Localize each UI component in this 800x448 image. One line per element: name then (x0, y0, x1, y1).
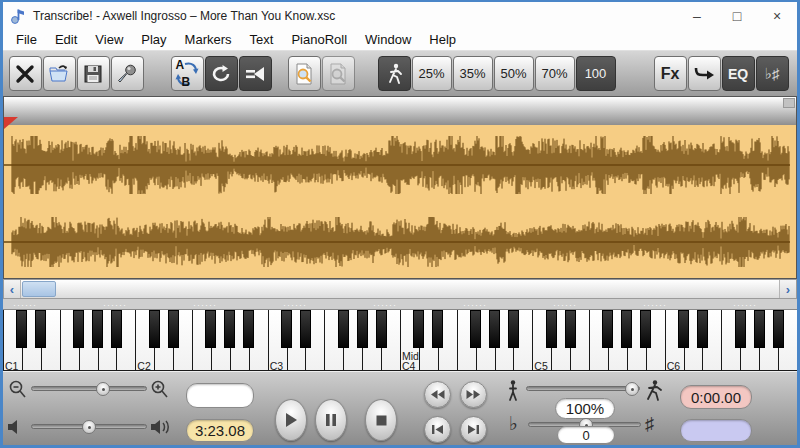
volume-low-speaker-icon[interactable] (6, 418, 23, 436)
volume-slider-thumb[interactable] (82, 420, 96, 434)
zoom-in-button[interactable] (288, 56, 321, 91)
piano-key-black[interactable] (697, 310, 708, 348)
control-panel: 3:23.08 (3, 371, 797, 445)
zoom-slider-thumb[interactable] (96, 382, 110, 396)
prev-marker-button[interactable] (239, 56, 272, 91)
menu-item-play[interactable]: Play (132, 30, 175, 49)
speed-slider-thumb[interactable] (625, 382, 639, 396)
scroll-right-arrow-icon[interactable]: › (779, 280, 796, 298)
piano-key-black[interactable] (621, 310, 632, 348)
menu-item-view[interactable]: View (86, 30, 132, 49)
menu-item-markers[interactable]: Markers (176, 30, 241, 49)
speed-slider[interactable] (526, 386, 640, 391)
minimize-button[interactable]: – (677, 2, 717, 29)
zoom-out-button[interactable] (322, 56, 355, 91)
piano-key-black[interactable] (300, 310, 311, 348)
piano-key-black[interactable] (281, 310, 292, 348)
eq-button[interactable]: EQ (722, 56, 755, 91)
open-file-button[interactable] (43, 56, 76, 91)
fx-button[interactable]: Fx (654, 56, 687, 91)
close-file-button[interactable] (9, 56, 42, 91)
piano-key-black[interactable] (16, 310, 27, 348)
close-button[interactable]: × (757, 2, 797, 29)
route-button[interactable] (688, 56, 721, 91)
piano-key-black[interactable] (357, 310, 368, 348)
piano-key-black[interactable] (432, 310, 443, 348)
piano-key-black[interactable] (565, 310, 576, 348)
zoom-in-magnifier-icon[interactable] (150, 380, 168, 400)
piano-key-black[interactable] (773, 310, 784, 348)
play-button[interactable] (275, 399, 307, 441)
piano-key-black[interactable] (754, 310, 765, 348)
sharp-icon: ♯ (645, 414, 654, 435)
piano-key-black[interactable] (111, 310, 122, 348)
menu-item-text[interactable]: Text (241, 30, 283, 49)
marker-bar[interactable] (4, 97, 796, 125)
play-icon (283, 411, 299, 429)
menu-item-window[interactable]: Window (356, 30, 420, 49)
skip-to-end-button[interactable] (460, 416, 487, 443)
piano-keyboard[interactable]: C1C2C3Mid C4C5C6 (3, 310, 797, 371)
piano-key-black[interactable] (205, 310, 216, 348)
selection-display (186, 383, 254, 408)
menu-item-pianoroll[interactable]: PianoRoll (282, 30, 356, 49)
effects-button-group: Fx EQ ♭♯ (653, 56, 789, 91)
keyboard-drag-dots: ······ (463, 300, 487, 310)
speed-button-100[interactable]: 100 (576, 56, 616, 91)
scrollbar-thumb[interactable] (22, 281, 56, 297)
menu-bar: FileEditViewPlayMarkersTextPianoRollWind… (3, 29, 797, 51)
piano-key-black[interactable] (602, 310, 613, 348)
flat-icon: ♭ (509, 412, 518, 435)
speed-button-25pct[interactable]: 25% (412, 56, 452, 91)
flat-sharp-label: ♭♯ (765, 65, 780, 83)
speed-button-70pct[interactable]: 70% (535, 56, 575, 91)
piano-key-black[interactable] (149, 310, 160, 348)
octave-label: Mid C4 (402, 351, 419, 371)
piano-key-black[interactable] (338, 310, 349, 348)
piano-key-black[interactable] (168, 310, 179, 348)
scroll-left-arrow-icon[interactable]: ‹ (4, 280, 21, 298)
stop-button[interactable] (365, 399, 397, 441)
pitch-shift-button[interactable]: ♭♯ (756, 56, 789, 91)
waveform-display[interactable] (4, 125, 796, 278)
piano-key-black[interactable] (73, 310, 84, 348)
record-button[interactable] (111, 56, 144, 91)
loop-button[interactable] (205, 56, 238, 91)
speed-button-50pct[interactable]: 50% (494, 56, 534, 91)
save-button[interactable] (77, 56, 110, 91)
piano-key-black[interactable] (546, 310, 557, 348)
piano-key-black[interactable] (35, 310, 46, 348)
zoom-slider[interactable] (31, 386, 147, 391)
piano-key-black[interactable] (243, 310, 254, 348)
piano-key-black[interactable] (376, 310, 387, 348)
piano-key-black[interactable] (735, 310, 746, 348)
waveform-region[interactable] (3, 96, 797, 279)
pause-button[interactable] (315, 399, 347, 441)
loop-time-display: 0:00.00 (680, 385, 752, 409)
close-icon (15, 64, 35, 84)
piano-key-black[interactable] (470, 310, 481, 348)
waveform-scrollbar[interactable]: ‹ › (3, 279, 797, 299)
piano-header-strip: ········································… (3, 299, 797, 310)
menu-item-file[interactable]: File (7, 30, 46, 49)
ab-compare-button[interactable]: A B (171, 56, 204, 91)
piano-key-black[interactable] (678, 310, 689, 348)
fast-forward-button[interactable] (460, 381, 487, 408)
volume-high-speaker-icon[interactable] (150, 418, 172, 436)
zoom-out-magnifier-icon[interactable] (8, 380, 26, 400)
maximize-button[interactable]: □ (717, 2, 757, 29)
menu-item-help[interactable]: Help (420, 30, 465, 49)
piano-key-black[interactable] (92, 310, 103, 348)
piano-key-black[interactable] (508, 310, 519, 348)
skip-to-start-button[interactable] (424, 416, 451, 443)
piano-key-black[interactable] (413, 310, 424, 348)
speed-menu-button[interactable] (378, 56, 411, 91)
piano-key-black[interactable] (489, 310, 500, 348)
rewind-button[interactable] (424, 381, 451, 408)
piano-key-black[interactable] (640, 310, 651, 348)
menu-item-edit[interactable]: Edit (46, 30, 86, 49)
speed-button-35pct[interactable]: 35% (453, 56, 493, 91)
piano-key-black[interactable] (224, 310, 235, 348)
volume-slider[interactable] (31, 424, 147, 429)
keyboard-drag-dots: ······ (283, 300, 307, 310)
